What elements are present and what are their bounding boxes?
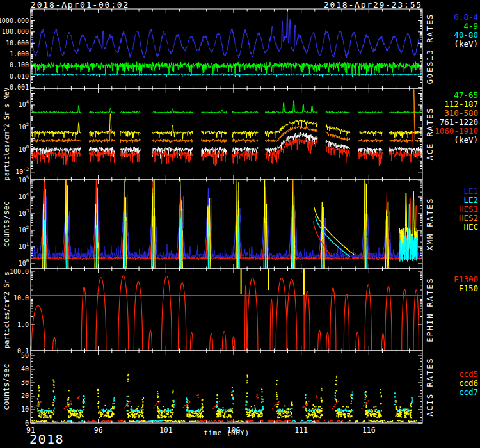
data-point — [114, 403, 115, 404]
data-point — [379, 411, 380, 412]
data-point — [216, 411, 218, 412]
data-point — [67, 400, 68, 401]
data-point — [193, 416, 195, 417]
data-point — [54, 398, 56, 399]
data-point — [164, 417, 165, 418]
data-point — [287, 408, 289, 410]
x-tick-label: 116 — [362, 426, 376, 435]
data-point — [39, 402, 40, 403]
data-point — [255, 410, 257, 412]
data-point — [54, 408, 55, 409]
data-point — [70, 401, 72, 402]
legend-entry: ccd7 — [459, 387, 478, 397]
data-point — [344, 417, 346, 418]
data-point — [251, 406, 252, 407]
data-point — [166, 416, 167, 417]
y-tick-label: 1000.000 — [0, 17, 29, 24]
data-point — [314, 413, 316, 415]
data-point — [377, 411, 378, 412]
data-point — [365, 397, 366, 398]
legend-entry: ccd6 — [459, 378, 478, 388]
data-point — [158, 402, 159, 403]
data-point — [261, 389, 262, 390]
data-point — [246, 392, 248, 394]
data-point — [218, 413, 220, 415]
data-point — [106, 409, 107, 410]
data-point — [303, 406, 305, 408]
data-point — [366, 405, 367, 406]
data-point — [278, 410, 280, 412]
data-point — [232, 403, 234, 404]
data-point — [232, 408, 233, 409]
data-point — [282, 409, 283, 410]
data-point — [197, 420, 198, 421]
data-point — [186, 397, 187, 399]
data-point — [138, 415, 140, 417]
data-point — [100, 415, 102, 417]
data-point — [369, 413, 371, 414]
data-point — [200, 409, 202, 410]
data-point — [314, 410, 315, 412]
data-point — [217, 403, 218, 404]
data-point — [160, 415, 161, 416]
data-point — [68, 406, 69, 407]
data-point — [79, 396, 80, 397]
data-point — [314, 409, 315, 410]
y-tick-label: 20 — [21, 392, 29, 399]
data-point — [380, 392, 381, 393]
data-point — [258, 415, 259, 417]
data-point — [257, 394, 258, 396]
data-point — [49, 410, 51, 412]
data-point — [163, 406, 164, 407]
data-point — [336, 376, 337, 377]
data-point — [321, 414, 323, 415]
data-point — [262, 415, 263, 416]
y-tick-label: 50 — [21, 352, 29, 359]
data-point — [95, 421, 97, 422]
data-point — [180, 422, 181, 423]
data-point — [254, 414, 255, 415]
data-point — [46, 410, 47, 411]
data-point — [282, 410, 283, 411]
data-point — [372, 413, 374, 415]
data-point — [167, 410, 168, 411]
data-point — [346, 410, 348, 412]
data-point — [373, 406, 374, 408]
data-point — [377, 417, 378, 418]
data-point — [157, 408, 159, 410]
data-point — [97, 403, 99, 404]
data-point — [64, 420, 65, 422]
data-point — [338, 413, 339, 414]
data-point — [272, 408, 273, 409]
data-point — [136, 410, 138, 411]
data-point — [132, 413, 133, 415]
data-point — [394, 401, 396, 402]
data-point — [80, 415, 81, 417]
data-point — [108, 411, 109, 412]
data-point — [365, 404, 366, 405]
data-point — [192, 413, 193, 414]
data-point — [79, 417, 80, 418]
data-point — [237, 421, 239, 422]
data-point — [316, 422, 317, 423]
data-point — [403, 409, 404, 410]
data-point — [374, 416, 376, 417]
data-point — [37, 408, 38, 410]
data-point — [394, 404, 396, 405]
data-point — [305, 409, 306, 410]
data-point — [371, 409, 372, 410]
legend-entry: (keV) — [454, 135, 478, 145]
data-point — [83, 403, 84, 404]
data-point — [127, 396, 128, 397]
data-point — [173, 390, 174, 392]
data-point — [318, 406, 319, 408]
data-point — [410, 415, 412, 416]
y-tick-label: 40 — [21, 365, 29, 372]
data-point — [408, 414, 409, 415]
data-point — [38, 404, 40, 405]
data-point — [157, 396, 159, 397]
data-point — [154, 407, 155, 408]
data-point — [379, 417, 380, 418]
data-point — [262, 413, 263, 415]
data-point — [140, 414, 141, 415]
